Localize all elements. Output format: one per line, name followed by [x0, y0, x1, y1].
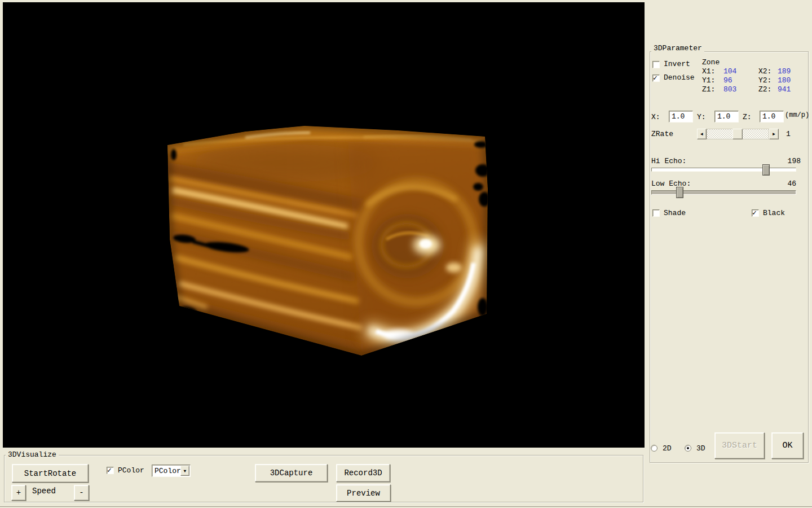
speed-plus-button[interactable]: +	[11, 485, 26, 501]
pcolor-label: PColor	[118, 466, 144, 475]
scale-z-input-frame	[760, 111, 784, 122]
chevron-down-icon: ▼	[184, 468, 187, 474]
low-echo-value: 46	[778, 179, 796, 188]
scale-unit-label: (mm/p)	[785, 111, 809, 120]
hi-echo-label: Hi Echo:	[651, 157, 686, 165]
black-label: Black	[763, 209, 785, 217]
speed-label: Speed	[32, 487, 56, 496]
zone-x1-label: X1:	[702, 67, 715, 76]
zrate-scroll-thumb[interactable]	[732, 129, 743, 139]
volume-render-3d	[3, 2, 645, 448]
hi-echo-slider-thumb[interactable]	[762, 164, 770, 176]
zone-x2-value: 189	[778, 67, 791, 76]
record-3d-button[interactable]: Record3D	[336, 464, 390, 482]
scale-x-input-frame	[669, 111, 693, 122]
scroll-right-icon: ►	[773, 132, 775, 137]
scale-y-label: Y:	[697, 113, 706, 121]
low-echo-slider-thumb[interactable]	[676, 187, 683, 198]
scale-z-label: Z:	[743, 113, 752, 121]
zone-title: Zone	[702, 58, 720, 67]
zrate-label: ZRate	[651, 130, 673, 138]
scroll-left-icon: ◄	[700, 132, 703, 137]
mode-3d-label: 3D	[696, 444, 705, 453]
start-3d-button[interactable]: 3DStart	[714, 432, 765, 459]
denoise-label: Denoise	[664, 73, 695, 82]
capture-3d-button[interactable]: 3DCapture	[255, 464, 328, 482]
check-icon: ✓	[653, 73, 657, 82]
ultrasound-3d-app-window: { "right_panel": { "title": "3DParameter…	[0, 0, 812, 508]
invert-checkbox[interactable]	[652, 61, 660, 68]
check-icon: ✓	[107, 466, 112, 475]
window-bottom-edge	[0, 506, 812, 507]
pcolor-dropdown-value: PColor	[155, 467, 181, 475]
black-checkbox[interactable]: ✓	[752, 209, 759, 217]
zone-z2-value: 941	[778, 85, 791, 94]
pcolor-dropdown-button[interactable]: ▼	[180, 466, 189, 476]
visualize-group-title: 3DVisualize	[6, 451, 59, 459]
zone-y1-label: Y1:	[702, 76, 715, 85]
ok-button[interactable]: OK	[771, 432, 804, 459]
scale-y-input[interactable]	[715, 111, 738, 122]
zone-x2-label: X2:	[758, 67, 771, 76]
zone-y1-value: 96	[723, 76, 732, 85]
low-echo-label: Low Echo:	[651, 179, 691, 188]
denoise-checkbox[interactable]: ✓	[652, 75, 660, 82]
zrate-scroll-right-button[interactable]: ►	[769, 129, 779, 139]
zrate-scrollbar: ◄ ►	[697, 129, 779, 139]
mode-2d-label: 2D	[663, 444, 672, 453]
shade-checkbox[interactable]	[652, 209, 660, 217]
mode-2d-radio[interactable]	[651, 445, 657, 452]
scale-x-input[interactable]	[669, 111, 692, 122]
check-icon: ✓	[752, 208, 757, 217]
hi-echo-value: 198	[782, 157, 801, 165]
render-viewport[interactable]	[3, 2, 645, 448]
parameter-group-title: 3DParameter	[651, 45, 704, 52]
zone-y2-label: Y2:	[758, 76, 771, 85]
mode-3d-radio[interactable]	[685, 445, 691, 452]
zone-x1-value: 104	[723, 67, 736, 76]
pcolor-dropdown[interactable]: PColor ▼	[152, 465, 191, 477]
zone-z1-label: Z1:	[702, 85, 715, 94]
shade-label: Shade	[664, 209, 686, 217]
low-echo-slider-track[interactable]	[651, 190, 796, 195]
start-rotate-button[interactable]: StartRotate	[12, 464, 89, 483]
scale-y-input-frame	[714, 111, 739, 122]
zone-z2-label: Z2:	[758, 85, 771, 94]
scale-z-input[interactable]	[760, 111, 783, 122]
preview-button[interactable]: Preview	[336, 484, 391, 502]
scale-x-label: X:	[651, 113, 660, 121]
invert-label: Invert	[664, 60, 690, 68]
zone-z1-value: 803	[723, 85, 736, 94]
hi-echo-slider-track[interactable]	[651, 168, 796, 172]
zrate-scroll-left-button[interactable]: ◄	[697, 129, 707, 139]
zone-y2-value: 180	[778, 76, 791, 85]
speed-minus-button[interactable]: -	[74, 485, 89, 501]
zrate-value: 1	[786, 130, 791, 138]
pcolor-checkbox[interactable]: ✓	[107, 467, 114, 474]
